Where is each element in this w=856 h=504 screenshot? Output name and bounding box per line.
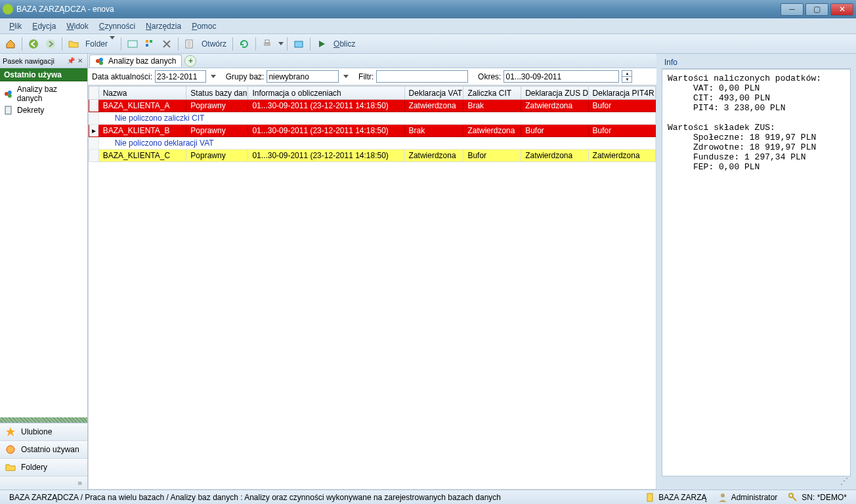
tab-add-button[interactable]: + bbox=[184, 55, 196, 67]
navigation-panel: Pasek nawigacji 📌 ✕ Ostatnio używa Anali… bbox=[0, 54, 88, 490]
filter-data-input[interactable] bbox=[155, 70, 206, 83]
svg-rect-2 bbox=[128, 41, 137, 47]
play-icon[interactable] bbox=[314, 36, 330, 52]
svg-rect-13 bbox=[5, 106, 11, 114]
svg-point-19 bbox=[721, 494, 725, 497]
chevron-down-icon[interactable] bbox=[211, 75, 216, 78]
statusbar: BAZA ZARZĄDCZA / Praca na wielu bazach /… bbox=[0, 490, 856, 504]
filter-data-label: Data aktualności: bbox=[92, 72, 152, 81]
filter-filtr-label: Filtr: bbox=[358, 72, 374, 81]
filter-filtr-input[interactable] bbox=[376, 70, 468, 83]
info-title: Info bbox=[662, 56, 851, 69]
table-row[interactable]: BAZA_KLIENTA_APoprawny01...30-09-2011 (2… bbox=[89, 100, 656, 112]
menu-czynnosci[interactable]: Czynności bbox=[94, 20, 140, 32]
table-row[interactable]: BAZA_KLIENTA_CPoprawny01...30-09-2011 (2… bbox=[89, 150, 656, 162]
nav-splitter[interactable] bbox=[0, 417, 87, 423]
menu-pomoc[interactable]: Pomoc bbox=[186, 20, 221, 32]
close-panel-icon[interactable]: ✕ bbox=[75, 56, 85, 66]
close-button[interactable]: ✕ bbox=[830, 3, 853, 16]
status-left: BAZA ZARZĄDCZA / Praca na wielu bazach /… bbox=[4, 493, 639, 502]
col-nazwa[interactable]: Nazwa bbox=[98, 87, 186, 100]
col-vat[interactable]: Deklaracja VAT bbox=[404, 87, 463, 100]
status-sn: SN: *DEMO* bbox=[782, 492, 852, 503]
nav-items: Analizy baz danych Dekrety bbox=[0, 81, 87, 417]
maximize-button[interactable]: ▢ bbox=[805, 3, 828, 16]
open-icon[interactable] bbox=[182, 36, 198, 52]
filter-grupy-label: Grupy baz: bbox=[226, 72, 265, 81]
col-pit[interactable]: Deklaracja PIT4R bbox=[588, 87, 655, 100]
user-icon bbox=[717, 492, 728, 503]
folder-dropdown[interactable]: Folder bbox=[83, 39, 118, 49]
nav-item-label: Analizy baz danych bbox=[17, 85, 83, 103]
filter-grupy-input[interactable] bbox=[267, 70, 339, 83]
clock-icon bbox=[5, 444, 16, 455]
svg-rect-4 bbox=[150, 40, 152, 43]
nav-item-dekrety[interactable]: Dekrety bbox=[0, 104, 87, 116]
tab-analizy[interactable]: Analizy baz danych bbox=[89, 54, 182, 67]
nav-section-recent: Ostatnio używa bbox=[0, 68, 87, 81]
nav-more[interactable]: » bbox=[0, 476, 87, 490]
toolbar: Folder Otwórz Oblicz bbox=[0, 34, 856, 54]
table-row[interactable]: Nie policzono deklaracji VAT bbox=[89, 137, 656, 150]
menubar: Plik Edycja Widok Czynności Narzędzia Po… bbox=[0, 18, 856, 34]
col-info[interactable]: Informacja o obliczeniach bbox=[248, 87, 404, 100]
nav-item-analizy[interactable]: Analizy baz danych bbox=[0, 83, 87, 104]
svg-rect-5 bbox=[146, 44, 148, 47]
nav-foldery[interactable]: Foldery bbox=[0, 459, 87, 476]
forward-button[interactable] bbox=[43, 36, 58, 52]
col-zus[interactable]: Deklaracja ZUS DF bbox=[521, 87, 588, 100]
back-button[interactable] bbox=[26, 36, 41, 52]
database-icon bbox=[4, 89, 13, 98]
grid-icon[interactable] bbox=[125, 36, 140, 52]
nav-ulubione[interactable]: Ulubione bbox=[0, 423, 87, 441]
info-panel: Info Wartości naliczonych podatków: VAT:… bbox=[662, 54, 856, 490]
menu-edycja[interactable]: Edycja bbox=[27, 20, 61, 32]
nav-panel-title: Pasek nawigacji bbox=[3, 57, 54, 65]
svg-point-17 bbox=[99, 61, 103, 65]
list-icon[interactable] bbox=[142, 36, 158, 52]
tools-icon[interactable] bbox=[159, 36, 175, 52]
svg-rect-3 bbox=[146, 40, 148, 43]
home-button[interactable] bbox=[3, 36, 18, 52]
spinner-icon[interactable]: ▲▼ bbox=[622, 70, 632, 83]
app-icon bbox=[3, 4, 13, 14]
open-button[interactable]: Otwórz bbox=[199, 39, 229, 49]
document-icon bbox=[4, 106, 13, 115]
col-selector[interactable] bbox=[89, 87, 99, 100]
nav-label: Ulubione bbox=[21, 427, 52, 436]
folder-icon bbox=[5, 462, 16, 472]
pin-icon[interactable]: 📌 bbox=[66, 56, 75, 66]
filter-bar: Data aktualności: Grupy baz: Filtr: Okre… bbox=[88, 68, 656, 85]
col-status[interactable]: Status bazy dan bbox=[186, 87, 248, 100]
print-icon[interactable] bbox=[259, 36, 275, 52]
refresh-icon[interactable] bbox=[236, 36, 252, 52]
svg-point-12 bbox=[8, 94, 12, 98]
nav-label: Foldery bbox=[21, 463, 47, 472]
menu-widok[interactable]: Widok bbox=[61, 20, 93, 32]
filter-okres-label: Okres: bbox=[478, 72, 501, 81]
folder-open-icon[interactable] bbox=[66, 36, 81, 52]
nav-item-label: Dekrety bbox=[17, 106, 44, 115]
window-titlebar: BAZA ZARZĄDCZA - enova ─ ▢ ✕ bbox=[0, 0, 856, 18]
tab-label: Analizy baz danych bbox=[108, 56, 176, 66]
key-icon bbox=[788, 492, 798, 503]
filter-okres-input[interactable] bbox=[503, 70, 619, 83]
menu-narzedzia[interactable]: Narzędzia bbox=[140, 20, 186, 32]
window-title: BAZA ZARZĄDCZA - enova bbox=[16, 5, 781, 14]
svg-point-0 bbox=[29, 39, 38, 49]
nav-ostatnio[interactable]: Ostatnio używan bbox=[0, 441, 87, 459]
star-icon bbox=[5, 427, 16, 437]
col-cit[interactable]: Zaliczka CIT bbox=[463, 87, 521, 100]
nav-label: Ostatnio używan bbox=[21, 445, 79, 454]
calculate-button[interactable]: Oblicz bbox=[331, 39, 358, 49]
status-db: BAZA ZARZĄ bbox=[639, 492, 712, 503]
svg-rect-18 bbox=[647, 494, 653, 501]
info-scroll-icon[interactable]: ⋰ bbox=[662, 476, 851, 484]
table-row[interactable]: Nie policzono zaliczki CIT bbox=[89, 112, 656, 125]
minimize-button[interactable]: ─ bbox=[781, 3, 803, 16]
data-grid[interactable]: Nazwa Status bazy dan Informacja o oblic… bbox=[88, 85, 656, 490]
chevron-down-icon[interactable] bbox=[343, 75, 349, 78]
folder-new-icon[interactable] bbox=[291, 36, 307, 52]
menu-plik[interactable]: Plik bbox=[4, 20, 27, 32]
table-row[interactable]: ▸BAZA_KLIENTA_BPoprawny01...30-09-2011 (… bbox=[89, 125, 656, 137]
